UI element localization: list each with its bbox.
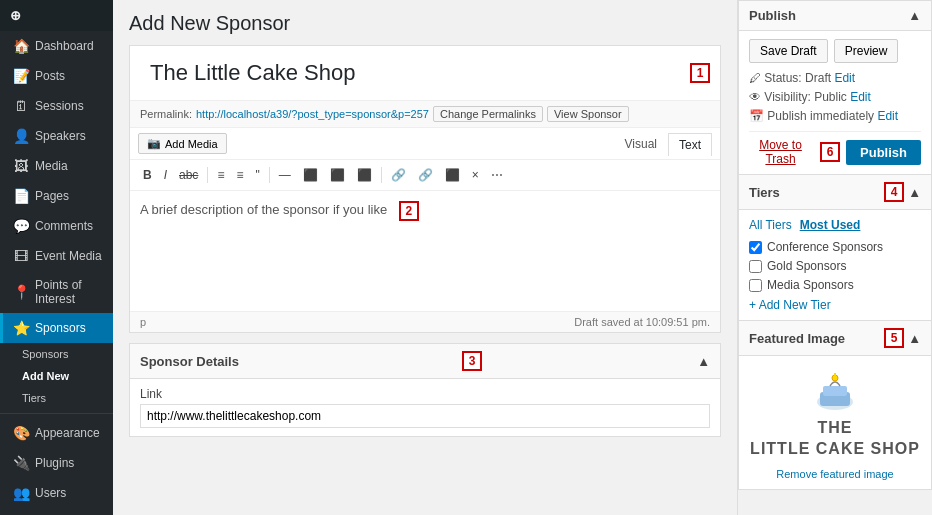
tier-gold-checkbox[interactable]: [749, 260, 762, 273]
sidebar-item-dashboard[interactable]: 🏠 Dashboard: [0, 31, 113, 61]
post-title-input[interactable]: [140, 52, 682, 94]
tier-conference-checkbox[interactable]: [749, 241, 762, 254]
main-content: Add New Sponsor 1 Permalink: http://loca…: [113, 0, 932, 515]
tier-gold-label: Gold Sponsors: [767, 259, 846, 273]
editor-body[interactable]: A brief description of the sponsor if yo…: [130, 191, 720, 311]
ul-btn[interactable]: ≡: [212, 165, 229, 185]
sidebar-item-appearance[interactable]: 🎨 Appearance: [0, 418, 113, 448]
sidebar-sub-label: Add New: [22, 370, 69, 382]
calendar-icon: 📅: [749, 109, 764, 123]
sidebar-sub-tiers[interactable]: Tiers: [0, 387, 113, 409]
editor-column: Add New Sponsor 1 Permalink: http://loca…: [113, 0, 737, 515]
add-media-btn[interactable]: 📷 Add Media: [138, 133, 227, 154]
view-sponsor-btn[interactable]: View Sponsor: [547, 106, 629, 122]
sidebar-item-label: Sponsors: [35, 321, 86, 335]
featured-image-logo: THE LITTLE CAKE SHOP: [749, 364, 921, 460]
all-tiers-tab[interactable]: All Tiers: [749, 218, 792, 232]
status-edit-link[interactable]: Edit: [834, 71, 855, 85]
sponsor-details-header[interactable]: Sponsor Details 3 ▲: [130, 344, 720, 379]
sidebar-item-label: Users: [35, 486, 66, 500]
remove-image-link[interactable]: Remove featured image: [776, 468, 893, 480]
blockquote-btn[interactable]: ": [250, 165, 264, 185]
sidebar-item-speakers[interactable]: 👤 Speakers: [0, 121, 113, 151]
trash-btn[interactable]: Move to Trash: [749, 138, 812, 166]
align-left-btn[interactable]: ⬛: [298, 165, 323, 185]
link-input[interactable]: [140, 404, 710, 428]
publish-panel-header[interactable]: Publish ▲: [739, 1, 931, 31]
preview-btn[interactable]: Preview: [834, 39, 899, 63]
sidebar-item-posts[interactable]: 📝 Posts: [0, 61, 113, 91]
italic-btn[interactable]: I: [159, 165, 172, 185]
visibility-edit-link[interactable]: Edit: [850, 90, 871, 104]
content-area: Add New Sponsor 1 Permalink: http://loca…: [113, 0, 932, 515]
featured-toggle-icon: ▲: [908, 331, 921, 346]
event-media-icon: 🎞: [13, 248, 29, 264]
sidebar-sub-add-new[interactable]: Add New: [0, 365, 113, 387]
insert-btn[interactable]: ⬛: [440, 165, 465, 185]
publish-edit-link[interactable]: Edit: [877, 109, 898, 123]
tab-visual[interactable]: Visual: [614, 132, 668, 155]
align-right-btn[interactable]: ⬛: [352, 165, 377, 185]
most-used-tab[interactable]: Most Used: [800, 218, 861, 232]
more-btn[interactable]: ⋯: [486, 165, 508, 185]
visibility-value: Public: [814, 90, 847, 104]
link-btn[interactable]: 🔗: [386, 165, 411, 185]
sidebar-item-pages[interactable]: 📄 Pages: [0, 181, 113, 211]
tiers-panel: Tiers 4 ▲ All Tiers Most Used Conference…: [738, 175, 932, 321]
publish-panel-body: Save Draft Preview 🖊 Status: Draft Edit …: [739, 31, 931, 174]
plugins-icon: 🔌: [13, 455, 29, 471]
featured-image-header[interactable]: Featured Image 5 ▲: [739, 321, 931, 356]
logo-text: THE LITTLE CAKE SHOP: [750, 418, 920, 460]
editor-draft-saved: Draft saved at 10:09:51 pm.: [574, 316, 710, 328]
tiers-panel-header[interactable]: Tiers 4 ▲: [739, 175, 931, 210]
annotation-2: 2: [399, 201, 419, 221]
publish-label: Publish: [767, 109, 806, 123]
hr-btn[interactable]: —: [274, 165, 296, 185]
editor-tag: p: [140, 316, 146, 328]
sidebar-item-users[interactable]: 👥 Users: [0, 478, 113, 508]
strikethrough-btn[interactable]: abc: [174, 165, 203, 185]
link-label: Link: [140, 387, 710, 401]
sidebar-item-event-media[interactable]: 🎞 Event Media: [0, 241, 113, 271]
publish-btn[interactable]: Publish: [846, 140, 921, 165]
speakers-icon: 👤: [13, 128, 29, 144]
sidebar-item-tools[interactable]: 🔧 Tools: [0, 508, 113, 515]
sidebar-sub-sponsors[interactable]: Sponsors: [0, 343, 113, 365]
visibility-row: 👁 Visibility: Public Edit: [749, 90, 921, 104]
sidebar-item-label: Event Media: [35, 249, 102, 263]
tier-conference-label: Conference Sponsors: [767, 240, 883, 254]
featured-image-heading: Featured Image: [749, 331, 845, 346]
sidebar-item-label: Sessions: [35, 99, 84, 113]
tab-text[interactable]: Text: [668, 133, 712, 156]
posts-icon: 📝: [13, 68, 29, 84]
right-sidebar: Publish ▲ Save Draft Preview 🖊 Status: D…: [737, 0, 932, 515]
bold-btn[interactable]: B: [138, 165, 157, 185]
sidebar-logo[interactable]: ⊕: [0, 0, 113, 31]
sidebar-item-comments[interactable]: 💬 Comments: [0, 211, 113, 241]
save-draft-btn[interactable]: Save Draft: [749, 39, 828, 63]
sidebar-item-sponsors[interactable]: ⭐ Sponsors: [0, 313, 113, 343]
sidebar-sub-label: Sponsors: [22, 348, 68, 360]
align-center-btn[interactable]: ⬛: [325, 165, 350, 185]
sidebar-item-label: Dashboard: [35, 39, 94, 53]
sidebar-item-plugins[interactable]: 🔌 Plugins: [0, 448, 113, 478]
editor-footer: p Draft saved at 10:09:51 pm.: [130, 311, 720, 332]
visibility-label: Visibility:: [764, 90, 810, 104]
sidebar-sub-label: Tiers: [22, 392, 46, 404]
tier-media-checkbox[interactable]: [749, 279, 762, 292]
ol-btn[interactable]: ≡: [231, 165, 248, 185]
publish-footer: Move to Trash 6 Publish: [749, 131, 921, 166]
sponsor-details-body: Link: [130, 379, 720, 436]
sidebar-item-sessions[interactable]: 🗓 Sessions: [0, 91, 113, 121]
annotation-1: 1: [690, 63, 710, 83]
unlink-btn[interactable]: 🔗: [413, 165, 438, 185]
status-row: 🖊 Status: Draft Edit: [749, 71, 921, 85]
sidebar-item-label: Pages: [35, 189, 69, 203]
cleanup-btn[interactable]: ×: [467, 165, 484, 185]
users-icon: 👥: [13, 485, 29, 501]
sidebar-item-label: Plugins: [35, 456, 74, 470]
add-new-tier-link[interactable]: + Add New Tier: [749, 298, 921, 312]
sidebar-item-media[interactable]: 🖼 Media: [0, 151, 113, 181]
change-permalinks-btn[interactable]: Change Permalinks: [433, 106, 543, 122]
sidebar-item-points-of-interest[interactable]: 📍 Points of Interest: [0, 271, 113, 313]
